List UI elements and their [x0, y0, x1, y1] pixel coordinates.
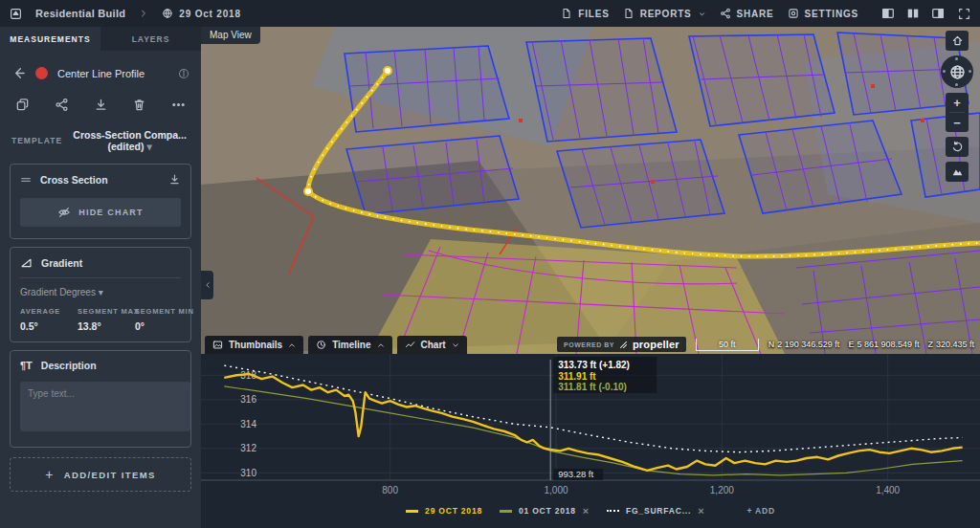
download-icon[interactable]: [94, 98, 108, 112]
remove-series-button[interactable]: ×: [583, 506, 590, 517]
gradient-icon: [20, 256, 33, 269]
reset-rotation-button[interactable]: [946, 137, 969, 157]
share-button[interactable]: SHARE: [720, 8, 774, 19]
svg-text:993.28 ft: 993.28 ft: [558, 469, 593, 479]
cross-section-title: Cross Section: [40, 174, 108, 186]
legend-item: FG_SURFAC... ×: [607, 506, 704, 517]
zoom-out-button[interactable]: −: [946, 113, 969, 132]
cross-section-card: Cross Section HIDE CHART: [10, 164, 191, 239]
chevron-down-icon: ▾: [146, 141, 151, 152]
map-bottom-bar: Thumbnails Timeline Chart POWERED BY pro…: [201, 335, 980, 354]
chevron-down-icon: [452, 341, 459, 349]
svg-text:1,200: 1,200: [710, 485, 734, 495]
layout-right-panel-icon[interactable]: [931, 7, 945, 20]
add-series-button[interactable]: + ADD: [746, 506, 774, 516]
svg-text:313.73 ft (+1.82): 313.73 ft (+1.82): [558, 360, 630, 370]
hide-chart-button[interactable]: HIDE CHART: [20, 198, 181, 227]
line-chart-icon: [405, 340, 415, 350]
stat-segment-max: SEGMENT MAX 13.8°: [78, 307, 125, 332]
svg-text:314: 314: [240, 419, 256, 429]
app-logo-icon[interactable]: [10, 8, 22, 20]
gradient-title: Gradient: [41, 257, 82, 269]
gradient-units-dropdown[interactable]: Gradient Degrees ▾: [11, 278, 190, 299]
file-icon: [561, 8, 572, 19]
map-viewport[interactable]: Map View + − Thumbnails: [201, 27, 980, 354]
svg-text:1,400: 1,400: [876, 485, 900, 495]
globe-icon: [162, 8, 173, 19]
thumbnails-toggle[interactable]: Thumbnails: [205, 336, 303, 354]
measurement-title: Center Line Profile: [57, 68, 168, 79]
globe-icon: [949, 64, 966, 80]
share-icon[interactable]: [55, 98, 69, 112]
back-arrow-icon[interactable]: [11, 66, 26, 80]
svg-text:310: 310: [240, 468, 256, 478]
drag-handle-icon[interactable]: [20, 175, 32, 185]
map-controls: + −: [941, 31, 973, 182]
measurements-sidebar: MEASUREMENTS LAYERS Center Line Profile …: [0, 27, 201, 528]
powered-by-badge: POWERED BY propeller: [557, 337, 686, 352]
measurement-color-dot[interactable]: [35, 67, 48, 79]
layout-left-panel-icon[interactable]: [881, 7, 895, 20]
delete-icon[interactable]: [132, 98, 146, 112]
files-button[interactable]: FILES: [561, 8, 609, 19]
tab-measurements[interactable]: MEASUREMENTS: [0, 27, 100, 51]
settings-button[interactable]: SETTINGS: [788, 8, 858, 19]
layout-split-icon[interactable]: [906, 7, 920, 20]
description-card: ¶T Description: [10, 350, 191, 448]
stat-average: AVERAGE 0.5°: [20, 307, 68, 332]
map-scale-bar: 50 ft: [696, 339, 759, 351]
elevation-chart-panel: 8001,0001,2001,400318316314312310313.73 …: [201, 354, 980, 528]
dataset-date[interactable]: 29 Oct 2018: [162, 8, 240, 19]
remove-series-button[interactable]: ×: [698, 506, 704, 517]
add-edit-items-button[interactable]: + ADD/EDIT ITEMS: [10, 457, 191, 492]
measurement-actions: [0, 86, 201, 121]
compass-control[interactable]: [941, 55, 973, 88]
svg-text:1,000: 1,000: [544, 485, 568, 495]
legend-swatch: [607, 510, 619, 512]
chart-legend: 29 OCT 2018 01 OCT 2018 × FG_SURFAC... ×…: [201, 497, 980, 524]
chevron-down-icon: ▾: [99, 287, 103, 297]
info-icon[interactable]: [178, 68, 189, 79]
stat-segment-min: SEGMENT MIN 0°: [135, 307, 183, 332]
sidebar-tabs: MEASUREMENTS LAYERS: [0, 27, 201, 51]
template-dropdown[interactable]: Cross-Section Compa... (edited) ▾: [70, 129, 189, 152]
timeline-toggle[interactable]: Timeline: [308, 336, 391, 354]
chevron-right-icon: [139, 9, 148, 18]
terrain-button[interactable]: [946, 162, 969, 182]
gradient-card: Gradient Gradient Degrees ▾ AVERAGE 0.5°…: [10, 247, 191, 342]
duplicate-icon[interactable]: [15, 98, 30, 112]
site-map: [201, 27, 980, 354]
tab-layers[interactable]: LAYERS: [100, 27, 201, 51]
home-view-button[interactable]: [946, 31, 969, 51]
share-icon: [720, 8, 731, 19]
chevron-down-icon: [698, 10, 706, 18]
chart-toggle[interactable]: Chart: [397, 336, 467, 354]
download-icon[interactable]: [168, 173, 181, 186]
fullscreen-icon[interactable]: [958, 8, 970, 20]
clock-icon: [316, 340, 326, 350]
description-input[interactable]: [20, 382, 190, 431]
legend-item: 29 OCT 2018: [406, 506, 482, 516]
plus-icon: +: [45, 467, 55, 482]
report-icon: [623, 8, 635, 19]
zoom-in-button[interactable]: +: [946, 93, 969, 112]
legend-swatch: [406, 510, 418, 513]
svg-text:311.81 ft (-0.10): 311.81 ft (-0.10): [558, 382, 627, 392]
date-label: 29 Oct 2018: [179, 9, 240, 19]
reports-button[interactable]: REPORTS: [623, 8, 706, 19]
map-coordinates: N2 190 346.529 ft E5 861 908.549 ft Z320…: [768, 340, 974, 349]
eye-off-icon: [57, 206, 71, 219]
breadcrumb-project[interactable]: Residential Build: [35, 8, 125, 19]
legend-item: 01 OCT 2018 ×: [500, 506, 590, 517]
more-options-icon[interactable]: [171, 98, 186, 112]
propeller-logo-icon: [619, 341, 628, 349]
chevron-up-icon: [377, 341, 385, 349]
image-icon: [212, 340, 223, 350]
map-view-tab[interactable]: Map View: [201, 27, 260, 44]
elevation-chart-svg[interactable]: 8001,0001,2001,400318316314312310313.73 …: [201, 354, 980, 497]
top-bar: Residential Build 29 Oct 2018 FILES REPO…: [0, 0, 980, 27]
text-icon: ¶T: [20, 360, 33, 371]
template-label: TEMPLATE: [11, 136, 62, 145]
svg-text:311.91 ft: 311.91 ft: [558, 371, 596, 382]
sidebar-collapse-handle[interactable]: [201, 271, 213, 299]
